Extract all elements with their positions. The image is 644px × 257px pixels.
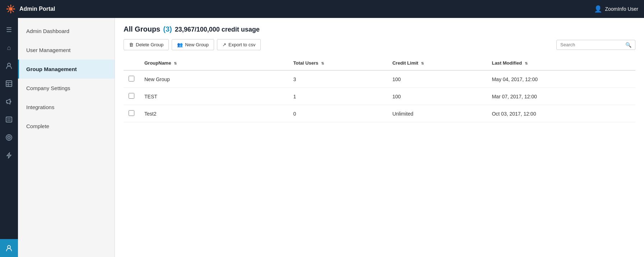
svg-rect-10 bbox=[6, 81, 12, 87]
nav-sidebar: Admin Dashboard User Management Group Ma… bbox=[18, 18, 115, 257]
svg-line-6 bbox=[12, 10, 14, 12]
page-header: All Groups (3) 23,967/100,000 credit usa… bbox=[124, 25, 635, 33]
svg-point-19 bbox=[9, 137, 10, 138]
svg-point-0 bbox=[9, 7, 13, 11]
groups-table: GroupName ⇅ Total Users ⇅ Credit Limit ⇅… bbox=[124, 56, 635, 122]
search-icon[interactable]: 🔍 bbox=[625, 42, 631, 48]
sort-icon-creditlimit[interactable]: ⇅ bbox=[421, 61, 424, 65]
row-groupname: TEST bbox=[139, 88, 288, 105]
svg-line-8 bbox=[8, 10, 9, 12]
svg-rect-14 bbox=[6, 117, 12, 122]
nav-item-admin-dashboard[interactable]: Admin Dashboard bbox=[18, 22, 115, 41]
sidebar-icon-home[interactable]: ⌂ bbox=[0, 39, 18, 57]
svg-line-5 bbox=[8, 6, 9, 8]
row-groupname: Test2 bbox=[139, 105, 288, 122]
credit-usage: 23,967/100,000 credit usage bbox=[175, 26, 260, 33]
row-creditlimit: 100 bbox=[387, 88, 487, 105]
sidebar-icon-people[interactable] bbox=[0, 57, 18, 75]
svg-point-20 bbox=[8, 246, 10, 248]
row-lastmodified: May 04, 2017, 12:00 bbox=[487, 70, 635, 88]
export-icon: ↗ bbox=[222, 42, 226, 47]
nav-item-user-management[interactable]: User Management bbox=[18, 41, 115, 60]
table-header-row: GroupName ⇅ Total Users ⇅ Credit Limit ⇅… bbox=[124, 56, 635, 70]
th-checkbox bbox=[124, 56, 139, 70]
row-creditlimit: 100 bbox=[387, 70, 487, 88]
nav-item-group-management[interactable]: Group Management bbox=[18, 60, 115, 79]
row-groupname: New Group bbox=[139, 70, 288, 88]
sidebar-icon-list[interactable] bbox=[0, 111, 18, 128]
row-totalusers: 1 bbox=[288, 88, 387, 105]
row-checkbox-cell bbox=[124, 88, 139, 105]
sidebar-icon-lightning[interactable] bbox=[0, 146, 18, 164]
nav-item-complete[interactable]: Complete bbox=[18, 117, 115, 136]
row-lastmodified: Mar 07, 2017, 12:00 bbox=[487, 88, 635, 105]
svg-point-9 bbox=[8, 63, 10, 66]
delete-group-button[interactable]: 🗑 Delete Group bbox=[124, 39, 169, 50]
toolbar: 🗑 Delete Group 👥 New Group ↗ Export to c… bbox=[124, 39, 635, 50]
table-row: New Group 3 100 May 04, 2017, 12:00 bbox=[124, 70, 635, 88]
sort-icon-groupname[interactable]: ⇅ bbox=[174, 61, 177, 65]
th-totalusers[interactable]: Total Users ⇅ bbox=[288, 56, 387, 70]
sidebar-icon-menu[interactable]: ☰ bbox=[0, 21, 18, 39]
export-csv-button[interactable]: ↗ Export to csv bbox=[217, 39, 261, 50]
trash-icon: 🗑 bbox=[129, 42, 134, 47]
row-creditlimit: Unlimited bbox=[387, 105, 487, 122]
sidebar-icon-user-bottom[interactable] bbox=[0, 239, 18, 257]
search-box[interactable]: 🔍 bbox=[556, 40, 635, 50]
th-lastmodified[interactable]: Last Modified ⇅ bbox=[487, 56, 635, 70]
row-checkbox-cell bbox=[124, 70, 139, 88]
main-layout: ☰ ⌂ bbox=[0, 18, 644, 257]
row-checkbox[interactable] bbox=[129, 110, 134, 116]
icon-sidebar: ☰ ⌂ bbox=[0, 18, 18, 257]
group-count: (3) bbox=[163, 25, 172, 33]
user-avatar-icon: 👤 bbox=[594, 5, 602, 13]
page-title: All Groups bbox=[124, 25, 160, 33]
table-row: TEST 1 100 Mar 07, 2017, 12:00 bbox=[124, 88, 635, 105]
new-group-button[interactable]: 👥 New Group bbox=[172, 39, 214, 50]
sidebar-icon-table[interactable] bbox=[0, 75, 18, 93]
sidebar-icon-target[interactable] bbox=[0, 128, 18, 146]
header-left: Admin Portal bbox=[6, 4, 55, 14]
top-header: Admin Portal 👤 ZoomInfo User bbox=[0, 0, 644, 18]
user-name: ZoomInfo User bbox=[605, 6, 638, 12]
row-totalusers: 0 bbox=[288, 105, 387, 122]
th-creditlimit[interactable]: Credit Limit ⇅ bbox=[387, 56, 487, 70]
sidebar-icon-megaphone[interactable] bbox=[0, 93, 18, 111]
row-checkbox[interactable] bbox=[129, 76, 134, 81]
sort-icon-totalusers[interactable]: ⇅ bbox=[321, 61, 324, 65]
nav-item-company-settings[interactable]: Company Settings bbox=[18, 79, 115, 98]
nav-item-integrations[interactable]: Integrations bbox=[18, 98, 115, 117]
logo-icon bbox=[6, 4, 16, 14]
row-totalusers: 3 bbox=[288, 70, 387, 88]
row-checkbox-cell bbox=[124, 105, 139, 122]
header-right: 👤 ZoomInfo User bbox=[594, 5, 638, 13]
search-input[interactable] bbox=[560, 42, 625, 47]
th-groupname[interactable]: GroupName ⇅ bbox=[139, 56, 288, 70]
add-user-icon: 👥 bbox=[177, 42, 183, 47]
row-lastmodified: Oct 03, 2017, 12:00 bbox=[487, 105, 635, 122]
app-title: Admin Portal bbox=[19, 6, 55, 12]
sort-icon-lastmodified[interactable]: ⇅ bbox=[525, 61, 528, 65]
table-row: Test2 0 Unlimited Oct 03, 2017, 12:00 bbox=[124, 105, 635, 122]
row-checkbox[interactable] bbox=[129, 93, 134, 99]
svg-line-7 bbox=[12, 6, 14, 8]
content-area: All Groups (3) 23,967/100,000 credit usa… bbox=[115, 18, 644, 257]
